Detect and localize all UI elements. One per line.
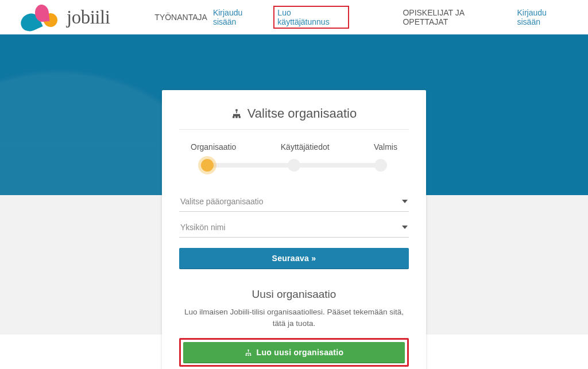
nav-student-login-link[interactable]: Kirjaudu sisään (517, 8, 572, 26)
select-unit-placeholder: Yksikön nimi (180, 223, 226, 230)
step-label-3: Valmis (374, 142, 397, 152)
card-title: Valitse organisaatio (179, 106, 409, 130)
svg-rect-0 (235, 110, 237, 111)
step-label-1: Organisaatio (191, 142, 236, 152)
svg-rect-2 (235, 116, 237, 118)
nav-employer-create-link[interactable]: Luo käyttäjätunnus (273, 6, 349, 29)
signup-stepper: Organisaatio Käyttäjätiedot Valmis (191, 142, 397, 172)
step-node-1[interactable] (201, 159, 214, 172)
card-title-text: Valitse organisaatio (247, 106, 357, 121)
select-unit-name[interactable]: Yksikön nimi (179, 217, 409, 230)
step-label-2: Käyttäjätiedot (281, 142, 330, 152)
chevron-down-icon (402, 226, 408, 229)
signup-card: Valitse organisaatio Organisaatio Käyttä… (162, 90, 426, 230)
logo-petals-icon (16, 3, 61, 31)
top-header: jobiili TYÖNANTAJA Kirjaudu sisään Luo k… (0, 0, 588, 34)
svg-rect-3 (239, 116, 241, 118)
nav-student-label: OPISKELIJAT JA OPETTAJAT (403, 8, 511, 26)
select-main-org-placeholder: Valitse pääorganisaatio (180, 197, 264, 206)
brand-logo[interactable]: jobiili (16, 3, 110, 31)
step-node-3[interactable] (374, 159, 387, 172)
nav-employer-label: TYÖNANTAJA (154, 13, 207, 22)
sitemap-icon (231, 108, 242, 119)
nav-employer-login-link[interactable]: Kirjaudu sisään (213, 8, 268, 26)
chevron-down-icon (402, 200, 408, 203)
top-nav: TYÖNANTAJA Kirjaudu sisään Luo käyttäjät… (154, 6, 572, 29)
step-node-2[interactable] (288, 159, 300, 172)
brand-name: jobiili (67, 7, 110, 28)
select-main-organization[interactable]: Valitse pääorganisaatio (179, 192, 409, 212)
svg-rect-1 (233, 116, 234, 118)
